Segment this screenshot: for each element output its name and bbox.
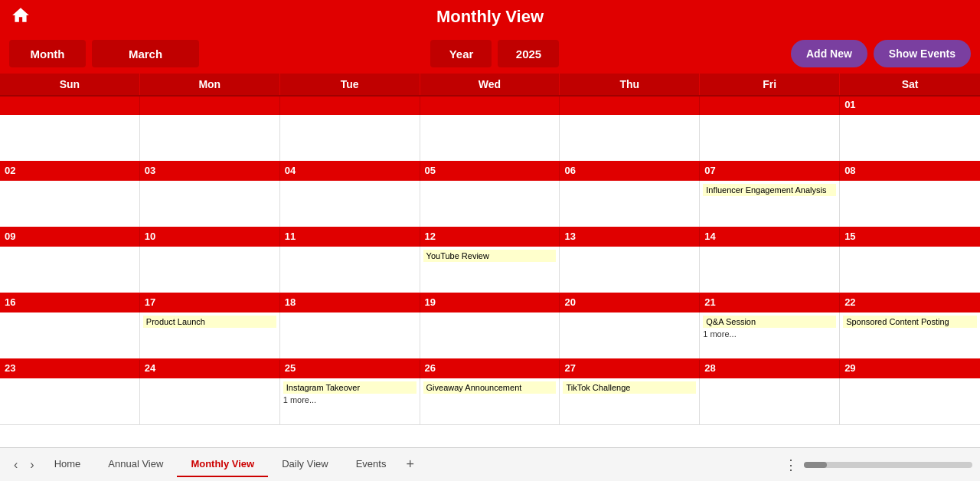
day-header-sat: Sat bbox=[840, 74, 980, 95]
day-header-fri: Fri bbox=[700, 74, 840, 95]
day-cell-1-3 bbox=[420, 181, 560, 227]
week-date-band-0: 01 bbox=[0, 97, 980, 115]
day-header-wed: Wed bbox=[420, 74, 560, 95]
day-cell-1-0 bbox=[0, 181, 140, 227]
add-tab-button[interactable]: + bbox=[400, 453, 420, 476]
week-date-band-4: 23242526272829 bbox=[0, 360, 980, 378]
scroll-track[interactable] bbox=[804, 462, 972, 468]
day-headers: SunMonTueWedThuFriSat bbox=[0, 74, 980, 97]
date-num-4-3: 26 bbox=[420, 360, 560, 378]
year-label-btn[interactable]: Year bbox=[430, 40, 492, 67]
week-date-band-2: 09101112131415 bbox=[0, 228, 980, 247]
day-header-thu: Thu bbox=[560, 74, 700, 95]
tab-home[interactable]: Home bbox=[41, 452, 95, 477]
event-chip-2-3-0[interactable]: YouTube Review bbox=[423, 250, 557, 262]
day-cell-1-6 bbox=[840, 181, 980, 227]
week-cells-2: YouTube Review bbox=[0, 247, 980, 293]
tab-prev-button[interactable]: ‹ bbox=[8, 455, 24, 475]
tabs-list: HomeAnnual ViewMonthly ViewDaily ViewEve… bbox=[41, 452, 400, 477]
more-link-4-2[interactable]: 1 more... bbox=[283, 395, 416, 404]
calendar: SunMonTueWedThuFriSat 0102030405060708In… bbox=[0, 74, 980, 447]
day-cell-3-3 bbox=[420, 312, 560, 358]
date-num-3-1: 17 bbox=[140, 294, 280, 312]
month-label-btn[interactable]: Month bbox=[9, 40, 86, 67]
date-num-3-2: 18 bbox=[280, 294, 420, 312]
date-num-2-6: 15 bbox=[840, 228, 980, 247]
day-cell-3-2 bbox=[280, 312, 420, 358]
date-num-1-0: 02 bbox=[0, 162, 140, 181]
date-num-1-1: 03 bbox=[140, 162, 280, 181]
date-num-1-2: 04 bbox=[280, 162, 420, 181]
date-num-3-3: 19 bbox=[420, 294, 560, 312]
year-value-btn[interactable]: 2025 bbox=[498, 40, 559, 67]
tab-daily-view[interactable]: Daily View bbox=[268, 452, 341, 477]
date-num-4-0: 23 bbox=[0, 360, 140, 378]
event-chip-3-5-0[interactable]: Q&A Session bbox=[703, 316, 836, 328]
day-cell-0-1 bbox=[140, 115, 280, 161]
day-cell-0-2 bbox=[280, 115, 420, 161]
day-cell-4-4: TikTok Challenge bbox=[560, 378, 700, 424]
date-num-0-6: 01 bbox=[840, 97, 980, 115]
day-header-mon: Mon bbox=[140, 74, 280, 95]
day-cell-1-1 bbox=[140, 181, 280, 227]
event-chip-4-4-0[interactable]: TikTok Challenge bbox=[563, 381, 696, 394]
week-cells-4: Instagram Takeover1 more...Giveaway Anno… bbox=[0, 378, 980, 424]
week-4: 23242526272829Instagram Takeover1 more..… bbox=[0, 360, 980, 425]
date-num-2-5: 14 bbox=[700, 228, 840, 247]
date-num-4-6: 29 bbox=[840, 360, 980, 378]
scroll-thumb bbox=[804, 462, 827, 468]
week-cells-1: Influencer Engagement Analysis bbox=[0, 181, 980, 227]
month-value-btn[interactable]: March bbox=[92, 40, 199, 67]
week-0: 01 bbox=[0, 97, 980, 162]
tab-more-button[interactable]: ⋮ bbox=[778, 453, 804, 476]
day-cell-2-4 bbox=[560, 247, 700, 293]
date-num-1-6: 08 bbox=[840, 162, 980, 181]
day-cell-3-6: Sponsored Content Posting bbox=[840, 312, 980, 358]
day-cell-3-1: Product Launch bbox=[140, 312, 280, 358]
day-cell-1-5: Influencer Engagement Analysis bbox=[700, 181, 840, 227]
add-new-button[interactable]: Add New bbox=[791, 40, 867, 67]
tab-bar: ‹ › HomeAnnual ViewMonthly ViewDaily Vie… bbox=[0, 447, 980, 481]
event-chip-1-5-0[interactable]: Influencer Engagement Analysis bbox=[703, 184, 836, 196]
week-date-band-3: 16171819202122 bbox=[0, 294, 980, 312]
show-events-button[interactable]: Show Events bbox=[874, 40, 971, 67]
day-cell-3-0 bbox=[0, 312, 140, 358]
week-cells-0 bbox=[0, 115, 980, 161]
date-num-3-0: 16 bbox=[0, 294, 140, 312]
date-num-3-4: 20 bbox=[560, 294, 700, 312]
tab-next-button[interactable]: › bbox=[24, 455, 40, 475]
date-num-4-1: 24 bbox=[140, 360, 280, 378]
date-num-4-4: 27 bbox=[560, 360, 700, 378]
day-header-sun: Sun bbox=[0, 74, 140, 95]
event-chip-4-2-0[interactable]: Instagram Takeover bbox=[283, 381, 416, 394]
day-cell-4-6 bbox=[840, 378, 980, 424]
day-cell-1-4 bbox=[560, 181, 700, 227]
day-cell-4-2: Instagram Takeover1 more... bbox=[280, 378, 420, 424]
event-chip-3-6-0[interactable]: Sponsored Content Posting bbox=[843, 316, 977, 328]
date-num-1-5: 07 bbox=[700, 162, 840, 181]
date-num-3-6: 22 bbox=[840, 294, 980, 312]
tab-monthly-view[interactable]: Monthly View bbox=[177, 452, 268, 477]
tab-events[interactable]: Events bbox=[342, 452, 400, 477]
date-num-2-2: 11 bbox=[280, 228, 420, 247]
day-cell-0-0 bbox=[0, 115, 140, 161]
day-cell-2-6 bbox=[840, 247, 980, 293]
more-link-3-5[interactable]: 1 more... bbox=[703, 329, 836, 339]
day-cell-4-5 bbox=[700, 378, 840, 424]
date-num-4-2: 25 bbox=[280, 360, 420, 378]
day-cell-3-5: Q&A Session1 more... bbox=[700, 312, 840, 358]
day-header-tue: Tue bbox=[280, 74, 420, 95]
event-chip-4-3-0[interactable]: Giveaway Announcement bbox=[423, 381, 557, 394]
home-icon[interactable] bbox=[11, 5, 31, 28]
date-num-0-1 bbox=[140, 97, 280, 115]
day-cell-3-4 bbox=[560, 312, 700, 358]
day-cell-2-3: YouTube Review bbox=[420, 247, 560, 293]
week-cells-3: Product LaunchQ&A Session1 more...Sponso… bbox=[0, 312, 980, 358]
day-cell-4-0 bbox=[0, 378, 140, 424]
day-cell-0-5 bbox=[700, 115, 840, 161]
date-num-0-4 bbox=[560, 97, 700, 115]
event-chip-3-1-0[interactable]: Product Launch bbox=[143, 316, 276, 328]
tab-annual-view[interactable]: Annual View bbox=[94, 452, 177, 477]
date-num-0-5 bbox=[700, 97, 840, 115]
app-header: Monthly View bbox=[0, 0, 980, 34]
